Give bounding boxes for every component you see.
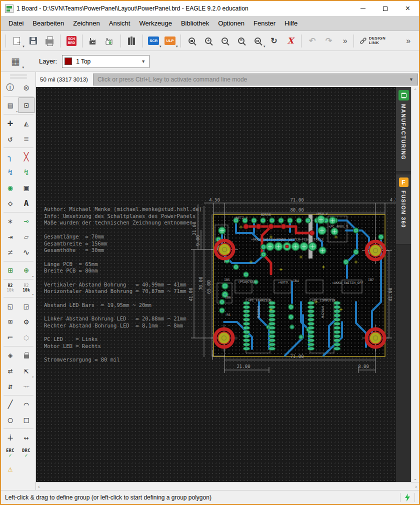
zoom-out-button[interactable]: − — [217, 34, 232, 48]
print-icon — [46, 39, 54, 44]
layer-select[interactable]: 1 Top ▼ — [62, 55, 150, 68]
paste-tool[interactable]: ◲ — [18, 298, 34, 314]
miter-tool[interactable]: ▱ — [18, 229, 34, 244]
replace-tool[interactable]: ◌ — [18, 330, 34, 345]
save-button[interactable] — [26, 34, 41, 48]
run-script-button[interactable]: SCR▾ — [146, 34, 162, 48]
via-tool[interactable]: ◉ — [2, 180, 18, 196]
line-tool[interactable]: ╱ — [2, 396, 18, 412]
text-tool[interactable]: A — [18, 196, 34, 211]
layer-color-swatch — [64, 58, 72, 65]
unroute-tool[interactable]: ↯ — [18, 164, 34, 180]
svg-text:+PSU@7655: +PSU@7655 — [238, 280, 256, 284]
menu-zeichnen[interactable]: Zeichnen — [68, 18, 104, 29]
pad-tool[interactable]: ▣ — [18, 180, 34, 196]
rect-tool[interactable]: □ — [18, 412, 34, 428]
tab-label: MANUFACTURING — [400, 104, 406, 160]
minimize-button[interactable] — [352, 1, 374, 16]
split-route-tool[interactable]: ↯ — [2, 164, 18, 180]
switch-sch-brd-button[interactable]: SCHBRD — [64, 34, 79, 48]
gateswap-tool[interactable]: ⇵ — [2, 378, 18, 394]
zoom-in-button[interactable]: + — [200, 34, 216, 48]
optimize-tool[interactable]: →← — [18, 378, 34, 394]
menu-fenster[interactable]: Fenster — [249, 18, 280, 29]
rotate-tool[interactable]: ↺ — [2, 131, 18, 146]
drc-tool[interactable]: DRC✓ — [18, 446, 34, 461]
mark-tool[interactable]: ∔ — [2, 430, 18, 446]
circle-tool[interactable]: ○ — [2, 412, 18, 428]
zoom-select-button[interactable]: = — [234, 34, 249, 48]
errors-tool[interactable]: ⚠ — [2, 461, 18, 476]
copy-tool[interactable]: ◱ — [2, 298, 18, 314]
arc-tool[interactable]: ⌒ — [18, 396, 34, 412]
print-button[interactable] — [42, 34, 58, 48]
toolbar-overflow-button[interactable]: » — [338, 34, 353, 48]
tab-fusion-360[interactable]: F FUSION 360 — [396, 174, 411, 244]
wire-tool[interactable]: ⊸ — [18, 214, 34, 229]
design-link-button[interactable]: DESIGN LINK — [356, 36, 400, 46]
scroll-up-icon[interactable]: ⌃ — [414, 88, 418, 93]
display-layers-tool[interactable]: ▤▾ — [2, 98, 18, 113]
open-board-button[interactable]: → ▾ — [9, 34, 24, 48]
value-tool[interactable]: R210k▾ — [18, 280, 34, 296]
grid-icon: ▦ — [11, 56, 20, 67]
info-tool[interactable]: ⓘ — [2, 80, 18, 95]
app-icon — [5, 4, 14, 13]
horizontal-scrollbar[interactable]: ‹ › — [36, 482, 419, 490]
route-tool[interactable]: ╮ — [2, 149, 18, 164]
move-tool[interactable]: + — [2, 116, 18, 131]
cam-export-button[interactable] — [102, 34, 118, 48]
svg-text:8.00: 8.00 — [358, 364, 369, 369]
command-line-input[interactable]: Click or press Ctrl+L key to activate co… — [93, 74, 418, 86]
zoom-window-button[interactable]: ▾ — [250, 34, 266, 48]
ratsnest-tool[interactable]: ∗ — [2, 214, 18, 229]
group-select-tool[interactable]: ⊡ — [18, 98, 34, 113]
undo-button[interactable]: ↶ — [304, 34, 320, 48]
ripup-tool[interactable]: ╳ — [18, 149, 34, 164]
label-tool[interactable]: ⇥ — [2, 229, 18, 244]
scroll-down-icon[interactable]: ⌄ — [414, 476, 418, 481]
mirror-tool[interactable]: ◭ — [18, 116, 34, 131]
design-link-overflow-button[interactable]: » — [400, 34, 416, 48]
paint-tool[interactable]: ⌐ — [2, 330, 18, 345]
align-tool[interactable]: ≡ — [18, 131, 34, 146]
show-signal-button[interactable]: X — [282, 34, 298, 48]
vertical-scrollbar[interactable]: ⌃ ⌄ — [411, 87, 419, 482]
tab-manufacturing[interactable]: MANUFACTURING — [396, 87, 411, 172]
menu-hilfe[interactable]: Hilfe — [280, 18, 302, 29]
menu-werkzeuge[interactable]: Werkzeuge — [134, 18, 176, 29]
scroll-left-icon[interactable]: ‹ — [38, 484, 40, 490]
library-button[interactable] — [124, 34, 140, 48]
grid-button[interactable]: ▦▾ — [7, 54, 24, 70]
meander-tool[interactable]: ∿ — [18, 244, 34, 260]
menu-datei[interactable]: Datei — [4, 18, 28, 29]
erc-tool[interactable]: ERC✓ — [2, 446, 18, 461]
maximize-button[interactable] — [374, 1, 396, 16]
redraw-button[interactable]: ↻ — [266, 34, 282, 48]
delete-tool[interactable]: ⌧ — [2, 314, 18, 330]
dimension-tool[interactable]: ↔ — [18, 430, 34, 446]
close-button[interactable]: × — [396, 1, 419, 16]
run-ulp-button[interactable]: ULP▾ — [162, 34, 178, 48]
menu-optionen[interactable]: Optionen — [214, 18, 249, 29]
lock-tool[interactable] — [18, 348, 34, 363]
add-part-tool[interactable]: ⊞ — [2, 262, 18, 278]
zoom-fit-button[interactable] — [184, 34, 200, 48]
polygon-tool[interactable]: ◇ — [2, 196, 18, 211]
redo-button[interactable]: ↷ — [321, 34, 336, 48]
name-tool[interactable]: R210k — [2, 280, 18, 296]
split-line-tool[interactable]: ≠ — [2, 244, 18, 260]
command-row: 50 mil (3317 3013) Click or press Ctrl+L… — [36, 72, 419, 87]
pinswap-tool[interactable]: ⇄ — [2, 363, 18, 378]
menu-bibliothek[interactable]: Bibliothek — [176, 18, 214, 29]
change-tool[interactable]: ⚙ — [18, 314, 34, 330]
menu-bearbeiten[interactable]: Bearbeiten — [28, 18, 68, 29]
scroll-right-icon[interactable]: › — [415, 484, 417, 490]
smash-tool[interactable]: ⇱▾ — [18, 363, 34, 378]
menu-ansicht[interactable]: Ansicht — [104, 18, 135, 29]
cam-processor-button[interactable] — [86, 34, 101, 48]
board-canvas[interactable]: +NETZ_VB2538+PSU_V+PC_AKKU_V+AKKU_SWITCH… — [36, 87, 411, 482]
show-tool[interactable]: ◎ — [18, 80, 34, 95]
attribute-tool[interactable]: ◈ — [2, 348, 18, 363]
add-device-tool[interactable]: ⊕▾ — [18, 262, 34, 278]
